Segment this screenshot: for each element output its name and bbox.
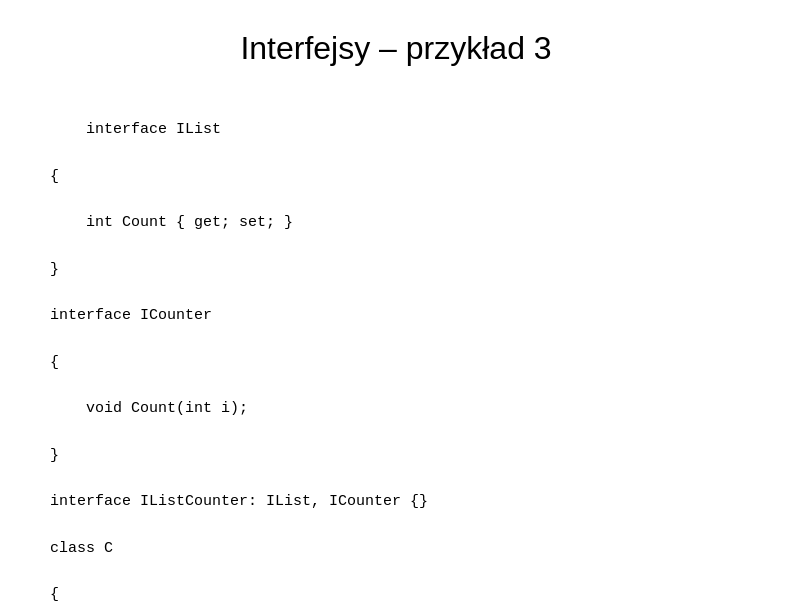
- code-line-9: interface IListCounter: IList, ICounter …: [50, 493, 428, 510]
- code-line-5: interface ICounter: [50, 307, 212, 324]
- code-line-7: void Count(int i);: [50, 400, 248, 417]
- code-line-11: {: [50, 586, 59, 603]
- code-line-6: {: [50, 354, 59, 371]
- page-title: Interfejsy – przykład 3: [240, 30, 551, 67]
- code-line-10: class C: [50, 540, 113, 557]
- code-line-8: }: [50, 447, 59, 464]
- code-line-2: {: [50, 168, 59, 185]
- code-line-1: interface IList: [86, 121, 221, 138]
- code-block: interface IList { int Count { get; set; …: [40, 95, 437, 612]
- code-line-4: }: [50, 261, 59, 278]
- code-line-3: int Count { get; set; }: [50, 214, 293, 231]
- page-container: Interfejsy – przykład 3 interface IList …: [0, 0, 792, 612]
